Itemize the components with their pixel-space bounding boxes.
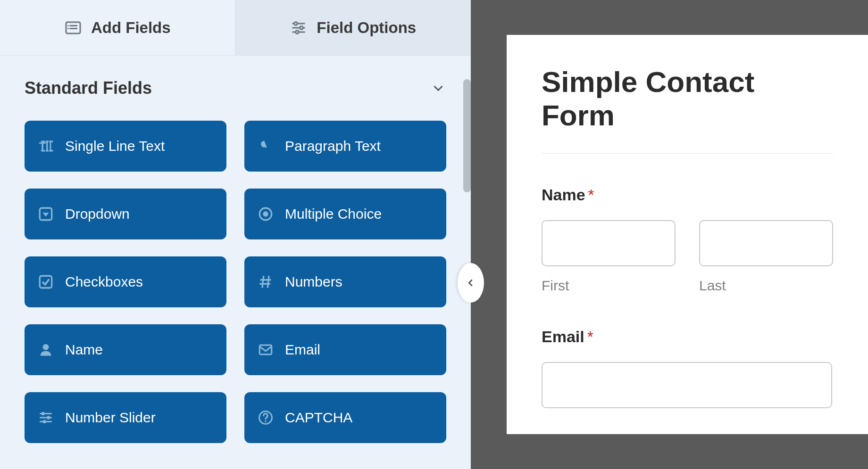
fields-panel: Standard Fields T Single Line Text Parag… [0,56,471,469]
user-icon [38,342,54,358]
field-multiple-choice[interactable]: Multiple Choice [244,189,446,239]
tab-field-options-label: Field Options [317,19,416,37]
field-label: Multiple Choice [285,206,382,222]
svg-point-17 [43,344,49,350]
text-cursor-icon: T [38,138,54,154]
field-email-label: Email* [542,328,833,346]
first-name-input[interactable] [542,220,676,266]
section-title: Standard Fields [25,78,152,98]
tab-add-fields-label: Add Fields [91,19,171,37]
field-label: Name [65,342,103,358]
section-standard-fields[interactable]: Standard Fields [25,78,446,98]
hash-icon [258,274,274,290]
form-preview: Simple Contact Form Name* First Last Ema… [507,35,868,434]
field-label: Paragraph Text [285,138,381,154]
svg-point-26 [265,420,267,422]
svg-point-3 [67,25,69,26]
svg-rect-18 [259,345,272,354]
field-checkboxes[interactable]: Checkboxes [25,256,226,307]
svg-point-4 [67,28,69,29]
field-paragraph-text[interactable]: Paragraph Text [244,121,446,172]
envelope-icon [258,342,274,358]
field-label: Single Line Text [65,138,165,154]
svg-rect-23 [47,416,50,419]
field-label: Checkboxes [65,274,143,290]
form-title: Simple Contact Form [542,65,833,132]
chevron-down-icon [430,80,446,96]
last-name-input[interactable] [699,220,833,266]
svg-rect-16 [40,276,52,288]
field-email[interactable]: Email [244,324,446,375]
field-label: Number Slider [65,410,156,426]
field-label: Numbers [285,274,342,290]
scrollbar-thumb[interactable] [463,79,471,192]
sliders-icon [290,19,307,36]
svg-rect-24 [43,420,46,423]
sliders-icon [38,410,54,426]
field-grid: T Single Line Text Paragraph Text Dropdo… [25,121,446,443]
field-label: Dropdown [65,206,130,222]
field-name-preview: Name* First Last [542,186,833,294]
field-name[interactable]: Name [25,324,226,375]
collapse-sidebar-button[interactable] [458,263,484,303]
last-name-sublabel: Last [699,278,833,294]
field-label: Email [285,342,320,358]
list-icon [65,19,82,36]
dropdown-icon [38,206,54,222]
question-circle-icon [258,410,274,426]
tab-add-fields[interactable]: Add Fields [0,0,235,55]
field-email-preview: Email* [542,328,833,408]
required-indicator: * [588,186,594,204]
svg-rect-22 [42,412,45,415]
form-canvas: Simple Contact Form Name* First Last Ema… [471,0,868,469]
checkbox-icon [38,274,54,290]
field-name-label: Name* [542,186,833,204]
field-captcha[interactable]: CAPTCHA [244,392,446,443]
tab-field-options[interactable]: Field Options [235,0,471,55]
tabs: Add Fields Field Options [0,0,471,56]
email-input[interactable] [542,362,832,408]
first-name-sublabel: First [542,278,676,294]
field-single-line-text[interactable]: T Single Line Text [25,121,226,172]
chevron-left-icon [466,275,476,290]
svg-point-15 [263,211,268,216]
paragraph-icon [258,138,274,154]
field-numbers[interactable]: Numbers [244,256,446,307]
field-label: CAPTCHA [285,410,352,426]
svg-point-9 [300,26,303,29]
divider [542,153,833,154]
name-inputs-row: First Last [542,220,833,294]
required-indicator: * [587,328,593,346]
field-dropdown[interactable]: Dropdown [25,189,226,239]
svg-point-10 [296,30,299,33]
radio-icon [258,206,274,222]
sidebar: Add Fields Field Options Standard Fields… [0,0,471,469]
field-number-slider[interactable]: Number Slider [25,392,226,443]
svg-point-8 [294,22,298,25]
svg-text:T: T [39,140,46,153]
